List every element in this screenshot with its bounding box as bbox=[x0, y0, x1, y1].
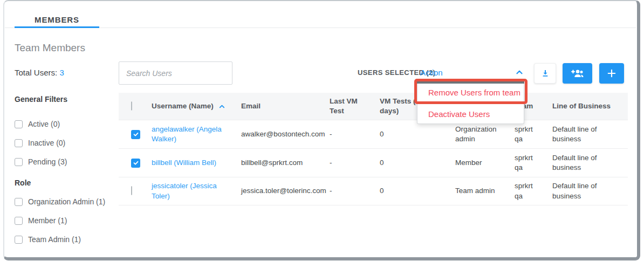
add-button[interactable] bbox=[599, 63, 624, 84]
username-link[interactable]: angelawalker (Angela Walker) bbox=[143, 125, 232, 144]
checkbox[interactable] bbox=[15, 139, 23, 147]
filter-organization-admin[interactable]: Organization Admin (1) bbox=[15, 197, 105, 206]
page-title: Team Members bbox=[15, 42, 85, 54]
role-filters-heading: Role bbox=[15, 178, 31, 187]
vm-tests-cell: 0 bbox=[371, 129, 447, 139]
checkbox[interactable] bbox=[15, 198, 23, 206]
line-of-business-cell: Default line of business bbox=[544, 125, 628, 144]
team-cell: sprkrt qa bbox=[506, 125, 544, 144]
team-cell: sprkrt qa bbox=[506, 153, 544, 173]
column-header-line-of-business[interactable]: Line of Business bbox=[544, 101, 628, 111]
vm-tests-cell: 0 bbox=[371, 158, 447, 168]
members-page: MEMBERS Team Members Total Users: 3 Gene… bbox=[0, 0, 644, 261]
last-vm-test-cell: - bbox=[321, 158, 371, 168]
filter-member[interactable]: Member (1) bbox=[15, 216, 67, 225]
filter-inactive[interactable]: Inactive (0) bbox=[15, 139, 65, 147]
username-link[interactable]: billbell (William Bell) bbox=[143, 158, 232, 168]
last-vm-test-cell: - bbox=[321, 186, 371, 196]
add-users-icon bbox=[570, 68, 585, 79]
general-filters-heading: General Filters bbox=[15, 95, 67, 104]
username-link[interactable]: jessicatoler (Jessica Toler) bbox=[143, 181, 232, 201]
action-dropdown[interactable]: Action bbox=[420, 66, 524, 79]
filter-team-admin[interactable]: Team Admin (1) bbox=[15, 235, 81, 244]
menu-item-remove-users-from-team[interactable]: Remove Users from team bbox=[428, 88, 520, 97]
tabbar-divider bbox=[5, 28, 636, 28]
column-header-username-label: Username (Name) bbox=[152, 101, 214, 111]
total-users: Total Users: 3 bbox=[15, 68, 64, 77]
checkbox[interactable] bbox=[15, 158, 23, 166]
filter-label: Inactive (0) bbox=[28, 139, 65, 147]
line-of-business-cell: Default line of business bbox=[544, 153, 628, 173]
team-cell: sprkrt qa bbox=[506, 181, 544, 201]
table-row: jessicatoler (Jessica Toler) jessica.tol… bbox=[119, 177, 628, 205]
column-header-last-vm-test[interactable]: Last VM Test bbox=[321, 97, 371, 116]
action-menu-top-edge bbox=[417, 81, 524, 84]
action-label: Action bbox=[420, 68, 443, 77]
plus-icon bbox=[606, 68, 617, 79]
table-row: angelawalker (Angela Walker) awalker@bos… bbox=[119, 120, 628, 148]
select-all-checkbox[interactable] bbox=[131, 101, 132, 111]
role-cell: Member bbox=[447, 158, 506, 168]
last-vm-test-cell: - bbox=[321, 129, 371, 139]
download-button[interactable] bbox=[534, 63, 556, 84]
filter-label: Active (0) bbox=[28, 120, 60, 128]
checkbox[interactable] bbox=[15, 236, 23, 244]
search-input[interactable] bbox=[119, 61, 232, 85]
row-checkbox[interactable] bbox=[131, 130, 140, 139]
table-header-row: Username (Name) Email Last VM Test VM Te… bbox=[119, 93, 628, 120]
checkbox[interactable] bbox=[15, 217, 23, 225]
total-users-label: Total Users: bbox=[15, 68, 57, 77]
filter-pending[interactable]: Pending (3) bbox=[15, 157, 67, 166]
download-icon bbox=[540, 68, 550, 78]
add-users-button[interactable] bbox=[563, 63, 592, 84]
column-header-username[interactable]: Username (Name) bbox=[143, 101, 232, 111]
filter-active[interactable]: Active (0) bbox=[15, 120, 60, 128]
email-cell: jessica.toler@tolerinc.com bbox=[232, 186, 321, 196]
filter-label: Organization Admin (1) bbox=[28, 197, 105, 206]
role-cell: Team admin bbox=[447, 186, 506, 196]
email-cell: awalker@bostontech.com bbox=[232, 129, 321, 139]
role-cell: Organization admin bbox=[447, 125, 506, 144]
sort-chevron-up-icon bbox=[218, 102, 226, 111]
tab-members[interactable]: MEMBERS bbox=[15, 11, 99, 28]
email-cell: billbell@sprkrt.com bbox=[232, 158, 321, 168]
checkbox[interactable] bbox=[15, 120, 23, 128]
line-of-business-cell: Default line of business bbox=[544, 181, 628, 201]
vm-tests-cell: 0 bbox=[371, 186, 447, 196]
members-table: Username (Name) Email Last VM Test VM Te… bbox=[119, 93, 628, 205]
filter-label: Pending (3) bbox=[28, 157, 67, 166]
column-header-email[interactable]: Email bbox=[232, 101, 321, 111]
chevron-up-icon bbox=[515, 67, 524, 77]
action-menu: Remove Users from team Deactivate Users bbox=[417, 82, 524, 124]
tab-members-active-underline bbox=[15, 26, 99, 28]
filter-label: Team Admin (1) bbox=[28, 235, 81, 244]
filter-label: Member (1) bbox=[28, 216, 67, 225]
menu-item-deactivate-users[interactable]: Deactivate Users bbox=[428, 109, 490, 119]
row-checkbox[interactable] bbox=[131, 159, 140, 168]
row-checkbox[interactable] bbox=[131, 186, 132, 195]
table-row: billbell (William Bell) billbell@sprkrt.… bbox=[119, 148, 628, 177]
total-users-count: 3 bbox=[59, 68, 64, 77]
